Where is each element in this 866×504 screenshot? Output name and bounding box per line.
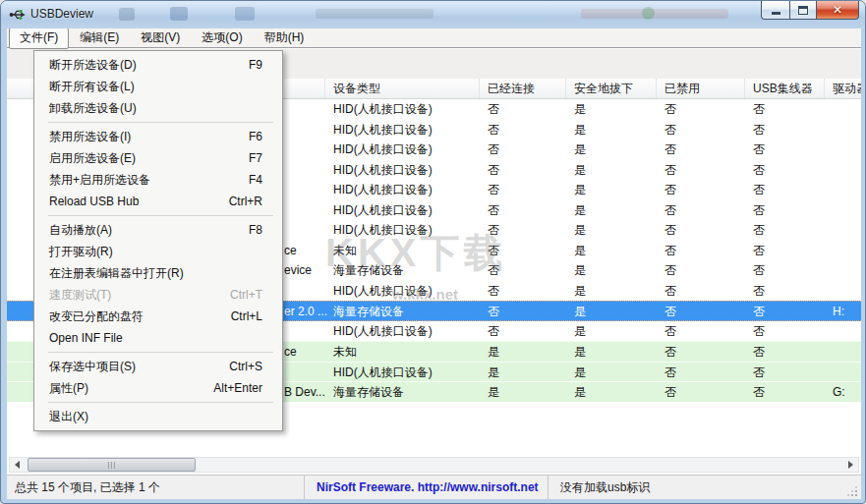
table-cell: 是: [574, 200, 586, 221]
maximize-button[interactable]: [789, 1, 817, 20]
table-cell: 否: [664, 120, 676, 140]
menu-separator: [48, 352, 273, 353]
table-cell: 否: [753, 200, 765, 221]
menu-item-label: 断开所选设备(D): [49, 54, 137, 76]
table-cell: 是: [574, 302, 586, 322]
table-cell: HID(人机接口设备): [333, 160, 433, 181]
scrollbar-thumb[interactable]: [28, 458, 196, 472]
table-cell: 否: [664, 382, 676, 403]
thumb-grip-icon: [111, 462, 112, 469]
table-cell: 否: [753, 382, 765, 403]
column-header[interactable]: USB集线器: [745, 79, 825, 98]
menu-item-label: Reload USB Hub: [49, 191, 139, 212]
column-header[interactable]: 设备类型: [325, 79, 480, 98]
table-cell: 否: [488, 180, 499, 200]
caption-buttons: ✕: [761, 1, 859, 20]
table-cell: HID(人机接口设备): [333, 120, 433, 140]
menu-item[interactable]: 断开所选设备(D)F9: [34, 54, 282, 76]
status-usb-ids: 没有加载usb标识: [548, 476, 861, 499]
menu-item[interactable]: 断开所有设备(L): [34, 76, 282, 97]
column-header[interactable]: 安全地拔下: [566, 79, 657, 98]
table-cell: 否: [664, 99, 676, 120]
menu-item-label: 打开驱动(R): [49, 241, 113, 262]
status-items-count: 总共 15 个项目, 已选择 1 个: [7, 476, 304, 499]
status-freeware-link[interactable]: NirSoft Freeware. http://www.nirsoft.net: [304, 476, 548, 499]
menu-item[interactable]: 禁用所选设备(I)F6: [34, 126, 282, 147]
resize-grip[interactable]: [847, 486, 849, 488]
table-cell: 否: [753, 321, 765, 342]
table-cell: 否: [753, 302, 765, 322]
menubar-item-0[interactable]: 文件(F): [9, 28, 69, 49]
menu-item[interactable]: 保存选中项目(S)Ctrl+S: [34, 356, 282, 377]
table-cell: HID(人机接口设备): [333, 321, 433, 342]
table-cell: 否: [753, 260, 765, 281]
menu-item[interactable]: 打开驱动(R): [34, 241, 282, 262]
window-title: USBDeview: [30, 7, 93, 21]
table-cell: 是: [574, 363, 586, 383]
menu-item[interactable]: 属性(P)Alt+Enter: [34, 377, 282, 399]
table-cell: 否: [488, 321, 499, 342]
scroll-right-button[interactable]: [843, 458, 858, 472]
menubar: 文件(F)编辑(E)视图(V)选项(O)帮助(H): [7, 28, 861, 48]
menu-item[interactable]: Open INF File: [34, 327, 282, 349]
table-cell: 否: [488, 160, 499, 181]
table-cell: er 2.0 ...: [284, 302, 327, 322]
close-button[interactable]: ✕: [817, 1, 859, 20]
menubar-item-1[interactable]: 编辑(E): [69, 28, 130, 49]
table-cell: 否: [753, 140, 765, 160]
menu-item[interactable]: 启用所选设备(E)F7: [34, 147, 282, 169]
table-cell: 是: [574, 180, 586, 200]
right-arrow-icon: [848, 461, 853, 469]
menu-item[interactable]: 自动播放(A)F8: [34, 219, 282, 241]
menu-item[interactable]: 退出(X): [34, 406, 282, 427]
menu-item-label: 禁用所选设备(I): [49, 126, 131, 147]
table-cell: HID(人机接口设备): [333, 363, 433, 383]
menu-item-shortcut: Ctrl+S: [229, 356, 262, 377]
file-menu: 断开所选设备(D)F9断开所有设备(L)卸载所选设备(U)禁用所选设备(I)F6…: [33, 50, 283, 431]
close-icon: ✕: [833, 2, 842, 19]
menu-item[interactable]: Reload USB HubCtrl+R: [34, 191, 282, 212]
scroll-left-button[interactable]: [10, 458, 25, 472]
menu-item-shortcut: Ctrl+T: [230, 284, 262, 306]
minimize-button[interactable]: [761, 1, 789, 20]
column-header[interactable]: 驱动器: [825, 79, 861, 98]
table-cell: 否: [664, 180, 676, 200]
table-cell: 否: [664, 321, 676, 342]
menu-item-shortcut: Ctrl+R: [229, 191, 262, 212]
menu-item-shortcut: Alt+Enter: [213, 377, 262, 399]
menu-item[interactable]: 在注册表编辑器中打开(R): [34, 262, 282, 284]
table-cell: 否: [753, 281, 765, 302]
table-cell: 否: [488, 99, 499, 120]
menu-item[interactable]: 卸载所选设备(U): [34, 97, 282, 119]
table-cell: 海量存储设备: [333, 302, 404, 322]
table-cell: 否: [664, 220, 676, 241]
horizontal-scrollbar[interactable]: [9, 457, 859, 473]
column-header[interactable]: 已经连接: [480, 79, 566, 98]
table-cell: 是: [488, 342, 499, 363]
table-cell: 否: [753, 160, 765, 181]
usb-app-icon: [9, 6, 26, 23]
glass-reflection: [316, 9, 433, 19]
table-cell: 否: [488, 120, 499, 140]
menu-item-label: 自动播放(A): [49, 219, 112, 241]
menu-item-label: 属性(P): [49, 377, 88, 399]
menubar-item-4[interactable]: 帮助(H): [254, 28, 316, 49]
table-cell: 是: [574, 382, 586, 403]
menu-item-shortcut: F7: [249, 147, 262, 169]
column-header[interactable]: 已禁用: [657, 79, 745, 98]
menubar-item-3[interactable]: 选项(O): [191, 28, 253, 49]
menu-item[interactable]: 速度测试(T)Ctrl+T: [34, 284, 282, 306]
menu-item[interactable]: 禁用+启用所选设备F4: [34, 169, 282, 191]
table-cell: 否: [488, 140, 499, 160]
table-cell: H:: [833, 302, 844, 322]
table-cell: 否: [664, 281, 676, 302]
titlebar[interactable]: USBDeview ✕: [1, 1, 866, 28]
table-cell: 否: [488, 281, 499, 302]
menubar-item-2[interactable]: 视图(V): [130, 28, 191, 49]
menu-item-shortcut: F8: [249, 219, 262, 241]
table-cell: 是: [488, 382, 499, 403]
menu-item[interactable]: 改变已分配的盘符Ctrl+L: [34, 306, 282, 327]
table-cell: 否: [488, 200, 499, 221]
menu-item-label: 卸载所选设备(U): [49, 97, 137, 119]
menu-item-label: 断开所有设备(L): [49, 76, 135, 97]
